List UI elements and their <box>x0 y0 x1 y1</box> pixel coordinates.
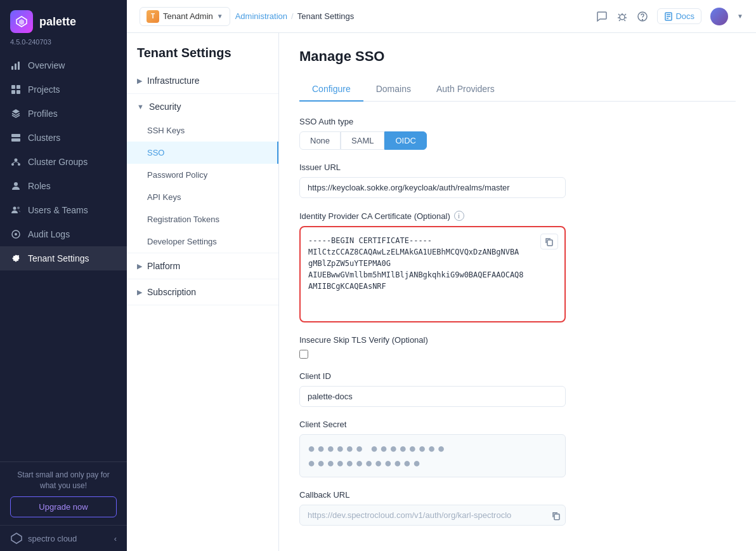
menu-item-sso[interactable]: SSO <box>127 142 278 164</box>
menu-item-ssh-keys[interactable]: SSH Keys <box>127 119 278 142</box>
sidebar-tenant-settings-label: Tenant Settings <box>28 253 89 263</box>
insecure-tls-group <box>299 350 736 359</box>
callback-copy-icon <box>552 512 561 521</box>
callback-url-copy-button[interactable] <box>552 510 561 520</box>
left-panel: Tenant Settings ▶ Infrastructure ▼ Secur… <box>127 33 279 551</box>
breadcrumb-current: Tenant Settings <box>297 11 355 21</box>
tenant-selector[interactable]: T Tenant Admin ▼ <box>140 7 230 26</box>
svg-point-20 <box>17 207 20 209</box>
audit-icon <box>10 229 22 240</box>
sidebar-audit-label: Audit Logs <box>28 229 70 239</box>
callback-url-input[interactable] <box>299 505 566 526</box>
callback-url-label: Callback URL <box>299 490 736 500</box>
form-group-issuer-url: Issuer URL <box>299 163 736 198</box>
menu-section-infrastructure: ▶ Infrastructure <box>127 68 278 94</box>
avatar-dropdown-icon[interactable]: ▼ <box>737 13 743 20</box>
sidebar-item-roles[interactable]: Roles <box>0 174 127 198</box>
page-title: Manage SSO <box>299 48 736 65</box>
spectro-brand-text: spectro cloud <box>28 534 77 543</box>
svg-point-14 <box>11 163 14 166</box>
subscription-label: Subscription <box>147 287 196 297</box>
logo-icon <box>10 10 33 33</box>
auth-btn-none[interactable]: None <box>299 131 341 150</box>
form-group-insecure-tls: Insecure Skip TLS Verify (Optional) <box>299 335 736 359</box>
svg-rect-32 <box>554 514 559 520</box>
infrastructure-header[interactable]: ▶ Infrastructure <box>127 68 278 93</box>
settings-icon <box>10 253 22 264</box>
sso-auth-type-selector: None SAML OIDC <box>299 131 736 150</box>
version-text: 4.5.0-240703 <box>0 38 127 53</box>
svg-rect-2 <box>11 66 13 70</box>
svg-point-13 <box>15 159 18 162</box>
sidebar-profiles-label: Profiles <box>28 109 58 119</box>
user-avatar[interactable] <box>710 8 728 25</box>
menu-section-security: ▼ Security SSH Keys SSO Password Policy … <box>127 94 278 253</box>
docs-button[interactable]: Docs <box>657 8 701 24</box>
sidebar-item-users-teams[interactable]: Users & Teams <box>0 198 127 222</box>
svg-rect-4 <box>18 62 20 70</box>
tab-domains[interactable]: Domains <box>363 77 424 102</box>
tab-auth-providers[interactable]: Auth Providers <box>424 77 507 102</box>
menu-item-developer-settings[interactable]: Developer Settings <box>127 230 278 253</box>
sidebar-collapse-icon[interactable]: ‹ <box>114 534 117 543</box>
sidebar-users-teams-label: Users & Teams <box>28 205 88 215</box>
sidebar-item-projects[interactable]: Projects <box>0 77 127 102</box>
svg-point-11 <box>18 135 19 136</box>
cert-label: Identity Provider CA Certificate (Option… <box>299 211 736 221</box>
svg-rect-6 <box>16 85 20 89</box>
client-id-input[interactable] <box>299 386 566 407</box>
sidebar-item-cluster-groups[interactable]: Cluster Groups <box>0 150 127 174</box>
sidebar-item-tenant-settings[interactable]: Tenant Settings <box>0 246 127 270</box>
subscription-header[interactable]: ▶ Subscription <box>127 279 278 305</box>
tab-configure[interactable]: Configure <box>299 77 363 102</box>
upgrade-button[interactable]: Upgrade now <box>10 496 117 517</box>
sidebar-nav: Overview Projects Profiles Clusters Clus… <box>0 53 127 461</box>
bug-icon[interactable] <box>616 10 628 22</box>
menu-section-platform: ▶ Platform <box>127 253 278 279</box>
breadcrumb-separator: / <box>291 11 294 21</box>
insecure-tls-label: Insecure Skip TLS Verify (Optional) <box>299 335 736 345</box>
spectro-brand: spectro cloud <box>10 532 77 545</box>
menu-item-registration-tokens[interactable]: Registration Tokens <box>127 208 278 230</box>
svg-marker-1 <box>19 19 24 25</box>
cert-section: -----BEGIN CERTIFICATE----- MIlCtzCCAZ8C… <box>299 226 566 322</box>
auth-btn-saml[interactable]: SAML <box>341 131 384 150</box>
security-header[interactable]: ▼ Security <box>127 94 278 119</box>
svg-rect-7 <box>11 90 15 94</box>
svg-rect-3 <box>15 63 16 70</box>
cert-info-icon[interactable]: i <box>454 211 464 221</box>
help-icon[interactable] <box>637 10 648 22</box>
platform-header[interactable]: ▶ Platform <box>127 253 278 279</box>
svg-rect-31 <box>547 240 552 246</box>
docs-icon <box>664 12 673 21</box>
auth-btn-oidc[interactable]: OIDC <box>384 131 427 150</box>
content-area: Tenant Settings ▶ Infrastructure ▼ Secur… <box>127 33 756 551</box>
svg-point-12 <box>18 140 19 141</box>
right-panel: Manage SSO Configure Domains Auth Provid… <box>279 33 756 551</box>
insecure-tls-checkbox[interactable] <box>299 350 308 359</box>
svg-point-15 <box>18 163 20 166</box>
form-group-cert: Identity Provider CA Certificate (Option… <box>299 211 736 322</box>
sidebar-item-profiles[interactable]: Profiles <box>0 102 127 126</box>
svg-point-24 <box>620 15 625 20</box>
svg-line-16 <box>13 162 16 164</box>
sidebar-item-clusters[interactable]: Clusters <box>0 126 127 150</box>
cert-copy-button[interactable] <box>540 234 558 249</box>
spectro-footer: spectro cloud ‹ <box>0 525 127 551</box>
grid-icon <box>10 84 22 95</box>
sidebar-item-overview[interactable]: Overview <box>0 53 127 77</box>
tenant-dropdown-icon: ▼ <box>217 13 223 20</box>
copy-icon <box>545 237 554 246</box>
menu-item-password-policy[interactable]: Password Policy <box>127 164 278 186</box>
spectro-logo-icon <box>10 532 23 545</box>
client-secret-dots: ●●●●●● ●●●●●●●● ●●●●●●●●●●●● <box>308 441 557 470</box>
cert-textarea[interactable]: -----BEGIN CERTIFICATE----- MIlCtzCCAZ8C… <box>308 235 557 311</box>
infrastructure-chevron: ▶ <box>137 77 142 85</box>
issuer-url-input[interactable] <box>299 177 566 198</box>
sidebar-item-audit-logs[interactable]: Audit Logs <box>0 222 127 246</box>
svg-point-18 <box>14 182 18 186</box>
topbar-left: T Tenant Admin ▼ Administration / Tenant… <box>140 7 354 26</box>
menu-item-api-keys[interactable]: API Keys <box>127 186 278 208</box>
breadcrumb-admin-link[interactable]: Administration <box>235 11 287 21</box>
chat-icon[interactable] <box>596 10 608 22</box>
